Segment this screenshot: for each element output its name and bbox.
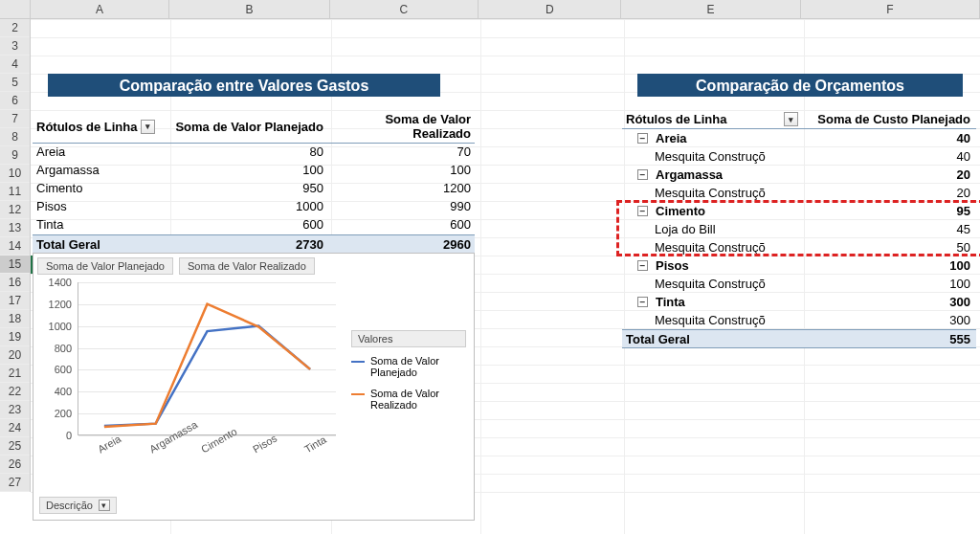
pivot2-header-row: Rótulos de Linha ▾ Soma de Custo Planeja… [622, 110, 976, 129]
pivot2-group-row[interactable]: −Pisos100 [622, 256, 976, 275]
pivot1-row[interactable]: Areia8070 [33, 144, 475, 162]
select-all-corner[interactable] [0, 0, 31, 18]
pivot2-header-rotulos: Rótulos de Linha ▾ [622, 112, 798, 126]
title-left: Comparação entre Valores Gastos [48, 74, 440, 97]
chart-axis-field-button[interactable]: Descrição ▾ [39, 497, 117, 514]
row-header-24[interactable]: 24 [0, 419, 30, 437]
row-header-12[interactable]: 12 [0, 201, 30, 219]
row-header-22[interactable]: 22 [0, 383, 30, 401]
pivot1-header-row: Rótulos de Linha ▾ Soma de Valor Planeja… [33, 110, 475, 144]
pivot1-row-realizado: 70 [327, 144, 475, 162]
row-header-19[interactable]: 19 [0, 328, 30, 346]
pivot2-group-row[interactable]: −Cimento95 [622, 202, 976, 220]
row-header-8[interactable]: 8 [0, 128, 30, 146]
pivot1-row-realizado: 990 [327, 198, 475, 216]
row-header-25[interactable]: 25 [0, 437, 30, 456]
collapse-icon[interactable]: − [637, 169, 648, 180]
worksheet-area[interactable]: Comparação entre Valores Gastos Comparaç… [31, 19, 980, 534]
row-header-5[interactable]: 5 [0, 74, 30, 92]
dropdown-icon[interactable]: ▾ [99, 500, 110, 511]
row-header-2[interactable]: 2 [0, 19, 30, 37]
pivot2-total-row: Total Geral 555 [622, 329, 976, 348]
pivot2-group-row[interactable]: −Tinta300 [622, 293, 976, 311]
pivot1-row[interactable]: Pisos1000990 [33, 198, 475, 216]
row-header-23[interactable]: 23 [0, 401, 30, 419]
row-header-14[interactable]: 14 [0, 237, 30, 256]
pivot2-child-row[interactable]: Mesquita Construçõ40 [622, 147, 976, 166]
pivot1-row-label: Cimento [33, 180, 170, 198]
legend-item: Soma de Valor Realizado [351, 388, 466, 411]
dropdown-icon[interactable]: ▾ [141, 120, 155, 134]
collapse-icon[interactable]: − [637, 206, 648, 216]
row-header-9[interactable]: 9 [0, 146, 30, 165]
legend-swatch [351, 361, 365, 363]
pivot1-row-realizado: 100 [327, 162, 475, 180]
pivot1-row-label: Argamassa [33, 162, 170, 180]
pivot2-child-row[interactable]: Mesquita Construçõ20 [622, 184, 976, 202]
row-header-27[interactable]: 27 [0, 474, 30, 492]
column-header-A[interactable]: A [31, 0, 169, 18]
pivot1-total-label: Total Geral [33, 235, 170, 253]
pivot2-group-label: −Cimento [622, 204, 798, 218]
row-header-7[interactable]: 7 [0, 110, 30, 128]
pivot2-header-label-2: Soma de Custo Planejado [817, 112, 970, 126]
chart-value-field-buttons: Soma de Valor Planejado Soma de Valor Re… [37, 257, 315, 275]
chart-field-btn-1[interactable]: Soma de Valor Planejado [37, 257, 173, 275]
pivot2-group-row[interactable]: −Argamassa20 [622, 166, 976, 184]
row-header-11[interactable]: 11 [0, 183, 30, 201]
pivot1-row[interactable]: Argamassa100100 [33, 162, 475, 180]
collapse-icon[interactable]: − [637, 260, 648, 271]
pivot1-row-planejado: 100 [170, 162, 327, 180]
pivot1-row-planejado: 1000 [170, 198, 327, 216]
y-tick-label: 1000 [49, 321, 72, 332]
pivot2-group-label: −Areia [622, 131, 798, 145]
row-header-20[interactable]: 20 [0, 346, 30, 365]
collapse-icon[interactable]: − [637, 297, 648, 307]
pivot2-child-row[interactable]: Mesquita Construçõ50 [622, 238, 976, 256]
column-header-F[interactable]: F [801, 0, 980, 18]
column-header-E[interactable]: E [621, 0, 800, 18]
row-header-10[interactable]: 10 [0, 165, 30, 183]
pivot1-header-planejado: Soma de Valor Planejado [170, 110, 327, 143]
pivot2-total-label: Total Geral [622, 332, 798, 346]
pivot1-row-planejado: 80 [170, 144, 327, 162]
row-header-4[interactable]: 4 [0, 56, 30, 74]
row-header-18[interactable]: 18 [0, 310, 30, 328]
pivot1-row[interactable]: Cimento9501200 [33, 180, 475, 198]
pivot2-child-row[interactable]: Mesquita Construçõ300 [622, 311, 976, 329]
pivot2-group-value: 300 [798, 295, 976, 309]
chart-legend-title: Valores [351, 330, 466, 347]
pivot1-total-planejado: 2730 [170, 235, 327, 253]
collapse-icon[interactable]: − [637, 133, 648, 144]
pivot2-group-label: −Argamassa [622, 167, 798, 182]
row-header-17[interactable]: 17 [0, 292, 30, 310]
pivot2-child-value: 50 [798, 240, 976, 255]
y-tick-label: 600 [55, 364, 72, 375]
row-header-13[interactable]: 13 [0, 219, 30, 237]
pivot1-header-label-1: Rótulos de Linha [36, 120, 137, 134]
pivot2-group-value: 95 [798, 204, 976, 218]
column-header-D[interactable]: D [479, 0, 621, 18]
pivot2-group-label: −Tinta [622, 295, 798, 309]
column-header-C[interactable]: C [330, 0, 479, 18]
chart-field-btn-2[interactable]: Soma de Valor Realizado [179, 257, 315, 275]
row-header-21[interactable]: 21 [0, 365, 30, 383]
row-header-26[interactable]: 26 [0, 456, 30, 474]
row-header-15[interactable]: 15 [0, 256, 30, 274]
pivot2-child-label: Mesquita Construçõ [622, 313, 798, 327]
row-header-3[interactable]: 3 [0, 37, 30, 56]
pivot2-group-row[interactable]: −Areia40 [622, 129, 976, 147]
dropdown-icon[interactable]: ▾ [784, 112, 798, 126]
row-header-16[interactable]: 16 [0, 274, 30, 292]
pivot-chart[interactable]: Soma de Valor Planejado Soma de Valor Re… [33, 253, 475, 521]
y-tick-label: 800 [55, 343, 72, 354]
row-header-6[interactable]: 6 [0, 92, 30, 110]
pivot2-child-row[interactable]: Loja do Bill45 [622, 220, 976, 238]
pivot1-total-row: Total Geral 2730 2960 [33, 234, 475, 254]
pivot1-row[interactable]: Tinta600600 [33, 216, 475, 234]
column-header-B[interactable]: B [169, 0, 329, 18]
pivot2-child-row[interactable]: Mesquita Construçõ100 [622, 275, 976, 293]
pivot-table-orcamentos: Rótulos de Linha ▾ Soma de Custo Planeja… [622, 110, 976, 348]
legend-item: Soma de Valor Planejado [351, 355, 466, 378]
pivot1-row-planejado: 950 [170, 180, 327, 198]
